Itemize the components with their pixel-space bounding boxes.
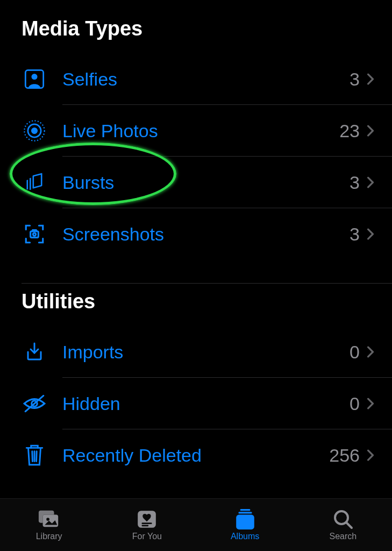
row-imports[interactable]: Imports 0 [22, 326, 392, 378]
row-count: 256 [329, 445, 363, 466]
row-screenshots[interactable]: Screenshots 3 [22, 208, 392, 260]
chevron-right-icon [363, 175, 378, 190]
tab-label: Library [36, 532, 62, 541]
row-hidden[interactable]: Hidden 0 [22, 378, 392, 429]
row-label: Screenshots [47, 224, 350, 245]
tab-label: Search [330, 532, 357, 541]
row-selfies[interactable]: Selfies 3 [22, 53, 392, 105]
row-count: 0 [350, 393, 363, 414]
chevron-right-icon [363, 448, 378, 463]
section-gap [22, 260, 392, 284]
row-count: 3 [350, 69, 363, 90]
hidden-icon [22, 391, 47, 416]
svg-point-4 [32, 128, 38, 134]
row-label: Selfies [47, 69, 350, 90]
selfies-icon [22, 66, 47, 92]
svg-rect-21 [236, 514, 254, 529]
library-icon [38, 509, 60, 529]
chevron-right-icon [363, 344, 378, 359]
row-count: 0 [350, 342, 363, 363]
row-label: Recently Deleted [47, 445, 329, 466]
row-count: 3 [350, 224, 363, 245]
albums-icon [234, 509, 256, 529]
section-header-media-types: Media Types [0, 11, 392, 53]
chevron-right-icon [363, 227, 378, 242]
tab-bar: Library For You Albums [0, 498, 392, 551]
row-label: Hidden [47, 393, 350, 414]
svg-rect-14 [43, 514, 59, 527]
tab-label: Albums [231, 532, 259, 541]
tab-library[interactable]: Library [0, 499, 98, 551]
row-label: Live Photos [47, 121, 339, 142]
svg-rect-19 [240, 509, 250, 511]
row-label: Imports [47, 342, 350, 363]
svg-line-11 [37, 451, 37, 462]
imports-icon [22, 339, 47, 365]
trash-icon [22, 442, 47, 468]
svg-line-23 [347, 523, 352, 528]
svg-point-1 [31, 74, 37, 80]
svg-rect-17 [142, 522, 152, 524]
row-bursts[interactable]: Bursts 3 [22, 157, 392, 208]
tab-label: For You [132, 532, 162, 541]
svg-rect-20 [238, 512, 252, 513]
content-scroll: Media Types Selfies 3 [0, 0, 392, 481]
tab-search[interactable]: Search [294, 499, 392, 551]
utilities-list: Imports 0 Hidden 0 [0, 326, 392, 481]
svg-rect-18 [142, 525, 149, 526]
svg-point-22 [335, 511, 348, 524]
row-label: Bursts [47, 172, 350, 193]
tab-for-you[interactable]: For You [98, 499, 196, 551]
svg-line-8 [25, 395, 43, 411]
for-you-icon [136, 509, 158, 529]
live-photos-icon [22, 118, 47, 144]
search-icon [332, 509, 354, 529]
bursts-icon [22, 169, 47, 195]
row-count: 3 [350, 172, 363, 193]
section-header-utilities: Utilities [0, 284, 392, 326]
screenshots-icon [22, 221, 47, 247]
svg-point-6 [33, 233, 35, 236]
row-count: 23 [339, 121, 363, 142]
chevron-right-icon [363, 396, 378, 411]
svg-line-9 [32, 451, 33, 462]
chevron-right-icon [363, 123, 378, 138]
row-recently-deleted[interactable]: Recently Deleted 256 [22, 429, 392, 481]
svg-point-15 [46, 518, 49, 521]
chevron-right-icon [363, 72, 378, 87]
tab-albums[interactable]: Albums [196, 499, 294, 551]
media-types-list: Selfies 3 Live Photos 23 [0, 53, 392, 260]
row-live-photos[interactable]: Live Photos 23 [22, 105, 392, 157]
